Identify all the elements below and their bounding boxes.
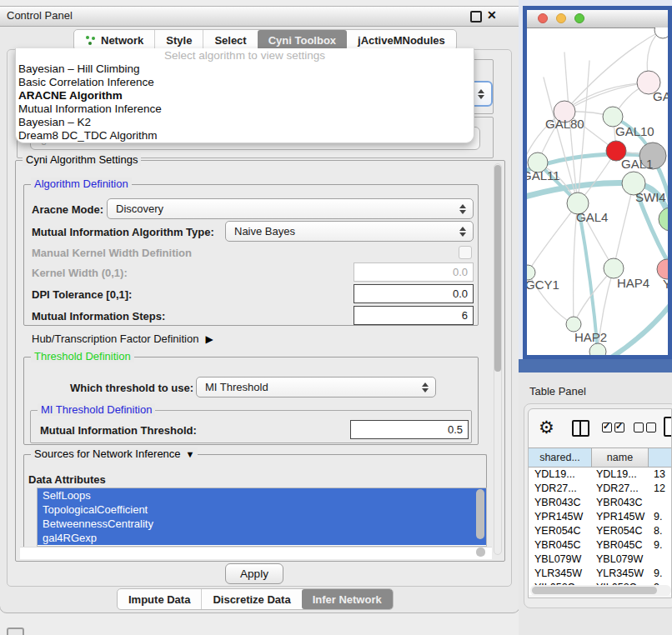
- network-graph: GAL7GAL80GAL10GAL1GAL11SWI4GAL4GCY1HAP4Y…: [527, 28, 668, 355]
- tab-jactivemnodules[interactable]: jActiveMNodules: [347, 30, 456, 50]
- aracne-mode-combobox[interactable]: Discovery: [107, 198, 474, 219]
- bottom-tab-discretize-data[interactable]: Discretize Data: [201, 589, 301, 609]
- tab-select[interactable]: Select: [203, 30, 257, 50]
- data-attributes-list[interactable]: SelfLoopsTopologicalCoefficientBetweenne…: [37, 488, 487, 547]
- column-header-shared[interactable]: shared...: [529, 448, 592, 468]
- network-canvas[interactable]: GAL7GAL80GAL10GAL1GAL11SWI4GAL4GCY1HAP4Y…: [527, 28, 668, 355]
- settings-scrollbar-thumb[interactable]: [494, 165, 501, 372]
- algorithm-option-mutual-information-inference[interactable]: Mutual Information Inference: [16, 102, 474, 116]
- table-row[interactable]: YDR27...YDR27...12: [529, 482, 672, 496]
- mi-threshold-field[interactable]: 0.5: [350, 420, 469, 439]
- table-cell[interactable]: 9.: [649, 567, 672, 581]
- float-window-icon[interactable]: [470, 11, 482, 22]
- table-cell[interactable]: YLR345W: [529, 567, 592, 581]
- table-cell[interactable]: 8.: [649, 524, 672, 538]
- deselect-all-icon[interactable]: [634, 422, 644, 432]
- algorithm-option-basic-correlation-inference[interactable]: Basic Correlation Inference: [16, 76, 474, 89]
- kernel-width-field[interactable]: 0.0: [354, 262, 474, 282]
- network-edge[interactable]: [606, 290, 668, 355]
- which-threshold-label: Which threshold to use:: [70, 382, 193, 394]
- algorithm-option-dream8-dc-tdc-algorithm[interactable]: Dream8 DC_TDC Algorithm: [16, 129, 474, 142]
- attribute-item-gal4rgexp[interactable]: gal4RGexp: [38, 531, 486, 545]
- settings-gear-icon[interactable]: [539, 418, 554, 438]
- document-icon[interactable]: [664, 417, 672, 437]
- table-cell[interactable]: YER054C: [592, 524, 649, 538]
- table-row[interactable]: YBR043CYBR043C: [529, 496, 672, 510]
- control-panel-titlebar[interactable]: [0, 7, 519, 27]
- table-cell[interactable]: YDR27...: [529, 482, 592, 496]
- table-cell[interactable]: 9.: [649, 538, 672, 552]
- sources-expander[interactable]: Sources for Network Inference: [31, 448, 198, 460]
- hub-definition-expander[interactable]: Hub/Transcription Factor Definition: [32, 332, 213, 345]
- column-header-name[interactable]: name: [592, 448, 649, 468]
- node-label-hap4: HAP4: [617, 276, 649, 290]
- which-threshold-combobox[interactable]: MI Threshold: [196, 377, 436, 398]
- table-cell[interactable]: 13: [649, 468, 672, 482]
- table-cell[interactable]: [649, 496, 672, 510]
- table-row[interactable]: YBR045CYBR045C9.: [529, 538, 672, 552]
- table-cell[interactable]: YDL19...: [592, 468, 649, 482]
- network-edge[interactable]: [614, 183, 634, 268]
- bottom-tab-impute-data[interactable]: Impute Data: [118, 589, 201, 609]
- network-window-titlebar[interactable]: [527, 10, 668, 28]
- column-header-partial[interactable]: [649, 448, 672, 468]
- table-cell[interactable]: YBR045C: [592, 538, 649, 552]
- table-cell[interactable]: YLR345W: [592, 567, 649, 581]
- table-row[interactable]: YDL19...YDL19...13: [529, 468, 672, 482]
- close-icon[interactable]: [487, 8, 497, 22]
- table-cell[interactable]: YBR045C: [529, 538, 592, 552]
- list-scrollbar-end[interactable]: [476, 548, 485, 557]
- network-node[interactable]: [654, 28, 668, 38]
- table-cell[interactable]: YBL079W: [592, 552, 649, 567]
- table-cell[interactable]: 12: [649, 482, 672, 496]
- network-node[interactable]: [589, 343, 606, 355]
- manual-kernel-checkbox[interactable]: [459, 246, 472, 259]
- kernel-width-value: 0.0: [453, 266, 468, 278]
- mi-steps-value: 6: [462, 309, 468, 322]
- bottom-tab-infer-network[interactable]: Infer Network: [302, 589, 393, 609]
- tab-network[interactable]: Network: [74, 30, 154, 50]
- tab-cyni-toolbox[interactable]: Cyni Toolbox: [258, 30, 347, 50]
- network-edge[interactable]: [528, 203, 578, 272]
- deselect-all-icon[interactable]: [646, 422, 656, 432]
- attribute-item-topologicalcoefficient[interactable]: TopologicalCoefficient: [38, 502, 486, 517]
- table-hscrollbar-thumb[interactable]: [532, 587, 657, 594]
- table-row[interactable]: YPR145WYPR145W9.: [529, 510, 672, 524]
- network-node[interactable]: [659, 208, 668, 231]
- collapse-down-icon: [186, 448, 195, 460]
- manual-kernel-label: Manual Kernel Width Definition: [32, 247, 192, 259]
- expand-right-icon: [205, 332, 213, 345]
- minimized-panel-stub[interactable]: [7, 628, 24, 635]
- table-cell[interactable]: YER054C: [529, 524, 592, 538]
- mac-zoom-button[interactable]: [574, 13, 584, 23]
- mac-minimize-button[interactable]: [556, 13, 566, 23]
- table-cell[interactable]: YDR27...: [592, 482, 649, 496]
- table-cell[interactable]: YBR043C: [592, 496, 649, 510]
- dpi-tolerance-field[interactable]: 0.0: [354, 284, 474, 303]
- table-cell[interactable]: [649, 552, 672, 567]
- select-all-icon[interactable]: [614, 422, 624, 432]
- attribute-item-betweennesscentrality[interactable]: BetweennessCentrality: [38, 517, 486, 531]
- tab-style[interactable]: Style: [154, 30, 203, 50]
- table-cell[interactable]: YPR145W: [529, 510, 592, 524]
- sources-title: Sources for Network Inference: [34, 448, 181, 460]
- table-row[interactable]: YBL079WYBL079W: [529, 552, 672, 567]
- algorithm-option-bayesian-k2[interactable]: Bayesian – K2: [16, 116, 474, 129]
- mi-type-combobox[interactable]: Naive Bayes: [225, 221, 474, 242]
- list-scrollbar-thumb[interactable]: [476, 489, 484, 539]
- mi-steps-field[interactable]: 6: [354, 306, 474, 325]
- table-row[interactable]: YLR345WYLR345W9.: [529, 567, 672, 581]
- attribute-item-selfloops[interactable]: SelfLoops: [38, 488, 486, 502]
- apply-button[interactable]: Apply: [225, 563, 283, 584]
- table-cell[interactable]: 9.: [649, 510, 672, 524]
- table-cell[interactable]: YBL079W: [529, 552, 592, 567]
- table-cell[interactable]: YBR043C: [529, 496, 592, 510]
- table-cell[interactable]: YDL19...: [529, 468, 592, 482]
- algorithm-option-aracne-algorithm[interactable]: ARACNE Algorithm: [16, 89, 474, 102]
- mac-close-button[interactable]: [538, 13, 548, 23]
- select-all-icon[interactable]: [602, 422, 612, 432]
- table-cell[interactable]: YPR145W: [592, 510, 649, 524]
- split-view-icon[interactable]: [572, 420, 589, 437]
- table-row[interactable]: YER054CYER054C8.: [529, 524, 672, 538]
- algorithm-option-bayesian-hill-climbing[interactable]: Bayesian – Hill Climbing: [16, 62, 474, 76]
